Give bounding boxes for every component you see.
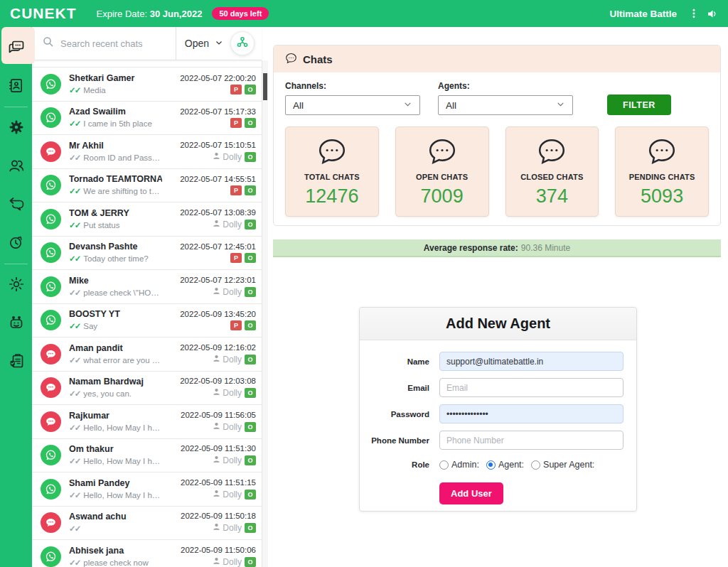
delivery-ticks-icon: ✓✓ <box>69 524 80 533</box>
chat-contact-name: Om thakur <box>69 444 162 454</box>
chat-list-item[interactable]: Aman pandit ✓✓what error are you getting… <box>32 338 262 372</box>
name-field[interactable]: support@ultimatebattle.in <box>439 352 623 371</box>
sidebar-item-clipboard-shield[interactable] <box>0 345 32 379</box>
person-icon <box>212 455 221 466</box>
scrollbar-thumb[interactable] <box>263 73 267 100</box>
assigned-agent: Dolly <box>212 387 242 399</box>
stat-label: OPEN CHATS <box>416 173 468 181</box>
chat-timestamp: 2022-05-07 12:23:01 <box>162 276 256 284</box>
chat-contact-name: Tornado TEAMTORNADO <box>69 174 162 184</box>
chat-list-item[interactable]: Shetkari Gamer ✓✓Media 2022-05-07 22:00:… <box>32 68 262 102</box>
phone-number-field[interactable]: Phone Number <box>439 431 623 450</box>
chat-timestamp: 2022-05-09 11:51:15 <box>162 478 256 487</box>
sidebar-item-address-book[interactable] <box>0 70 32 104</box>
delivery-ticks-icon: ✓✓ <box>69 423 80 432</box>
delivery-ticks-icon: ✓✓ <box>69 558 80 567</box>
chat-last-message: ✓✓I came in 5th place <box>69 119 162 129</box>
role-label: Role <box>360 460 439 469</box>
stat-value: 7009 <box>421 185 464 207</box>
chat-list-item[interactable]: Tornado TEAMTORNADO ✓✓We are shifting to… <box>32 169 262 203</box>
chat-list-panel: Search recent chats Open <box>32 27 262 567</box>
livechat-channel-icon <box>41 344 61 364</box>
add-user-button[interactable]: Add User <box>439 482 503 504</box>
chats-title: Chats <box>303 53 333 65</box>
agents-select[interactable]: All <box>438 95 573 115</box>
sidebar-item-history-clock[interactable] <box>0 227 32 261</box>
chat-list-item[interactable]: Namam Bhardwaj ✓✓yes, you can. 2022-05-0… <box>32 372 262 406</box>
channels-select[interactable]: All <box>285 95 420 115</box>
whatsapp-channel-icon <box>41 175 61 195</box>
filters-row: Channels: All Agents: All <box>285 81 709 115</box>
status-filter-dropdown[interactable]: Open <box>185 38 223 49</box>
chat-list-item[interactable]: Abhisek jana ✓✓please check now 2022-05-… <box>32 540 262 567</box>
chat-list-item[interactable]: Rajkumar ✓✓Hello, How May I help you??? … <box>32 405 262 439</box>
chat-timestamp: 2022-05-09 12:03:08 <box>162 377 256 385</box>
sidebar-item-chat-reply[interactable] <box>0 188 32 222</box>
chat-list-item[interactable]: Aswand achu ✓✓ 2022-05-09 11:50:18 Dolly… <box>32 507 262 541</box>
sidebar-item-users[interactable] <box>0 150 32 184</box>
chat-list-item[interactable]: Azad Swailim ✓✓I came in 5th place 2022-… <box>32 102 262 136</box>
chat-list-item[interactable]: Mr Akhil ✓✓Room ID and Password will sho… <box>32 135 262 169</box>
dashboard-panel: Chats Channels: All Agents: All <box>268 27 728 567</box>
share-network-button[interactable] <box>230 31 255 55</box>
chat-timestamp: 2022-05-09 11:50:18 <box>162 512 256 520</box>
chat-list: ✓✓ DollyO Shetkari Gamer ✓✓Media 2022-05… <box>32 60 262 567</box>
status-badge-o: O <box>245 152 256 162</box>
password-field[interactable]: •••••••••••••• <box>439 404 623 423</box>
filter-button[interactable]: FILTER <box>607 94 671 115</box>
role-radio-admin[interactable]: Admin: <box>439 460 479 470</box>
chat-timestamp: 2022-05-09 11:51:30 <box>162 444 256 453</box>
users-icon <box>8 157 25 177</box>
delivery-ticks-icon: ✓✓ <box>69 288 80 297</box>
whatsapp-channel-icon <box>41 107 61 128</box>
chat-last-message: ✓✓Hello, How May I help you??? <box>69 490 162 500</box>
chat-list-item[interactable]: BOOSTY YT ✓✓Say 2022-05-09 13:45:20 PO <box>32 304 262 338</box>
sidebar-item-gear-solid[interactable] <box>0 112 32 146</box>
status-badge-o: O <box>245 118 256 128</box>
radio-icon <box>531 460 540 470</box>
person-icon <box>212 387 221 399</box>
chat-timestamp: 2022-05-09 11:56:05 <box>162 411 256 419</box>
address-book-icon <box>8 77 24 97</box>
chat-list-item[interactable]: ✓✓ DollyO <box>32 60 262 68</box>
gear-solid-icon <box>8 119 25 139</box>
gear-outline-icon <box>8 276 25 296</box>
chat-bubble-icon <box>285 52 297 67</box>
form-title: Add New Agent <box>360 308 636 340</box>
whatsapp-channel-icon <box>41 276 61 297</box>
email-field[interactable]: Email <box>439 378 623 397</box>
assigned-agent: Dolly <box>212 286 242 298</box>
sidebar-item-chat-bubbles[interactable] <box>0 31 32 65</box>
chat-timestamp: 2022-05-07 22:00:20 <box>162 74 256 82</box>
sidebar-divider <box>4 264 28 264</box>
sidebar-item-robot[interactable] <box>0 307 32 341</box>
assigned-agent: Dolly <box>212 151 242 163</box>
speaker-icon[interactable] <box>705 6 719 21</box>
chat-list-item[interactable]: Shami Pandey ✓✓Hello, How May I help you… <box>32 472 262 507</box>
status-badge-o: O <box>245 388 256 398</box>
chat-bubble-icon <box>317 136 347 168</box>
chat-timestamp: 2022-05-09 12:16:02 <box>162 343 256 352</box>
chat-list-item[interactable]: Devansh Pashte ✓✓Today other time? 2022-… <box>32 237 262 271</box>
chat-list-item[interactable]: Mike ✓✓please check \"HOW TO PLAY S... 2… <box>32 270 262 304</box>
livechat-channel-icon <box>41 141 61 162</box>
chat-list-scrollbar[interactable] <box>262 60 268 567</box>
kebab-menu-icon[interactable] <box>687 6 701 21</box>
delivery-ticks-icon: ✓✓ <box>69 86 80 94</box>
chat-list-item[interactable]: TOM & JERRY ✓✓Put status 2022-05-07 13:0… <box>32 202 262 237</box>
chat-last-message: ✓✓Room ID and Password will sho... <box>69 153 162 163</box>
sidebar-item-gear-outline[interactable] <box>0 269 32 303</box>
chat-list-item[interactable]: Om thakur ✓✓Hello, How May I help you???… <box>32 439 262 473</box>
chat-contact-name: Abhisek jana <box>69 546 162 556</box>
status-badge-p: P <box>230 185 242 195</box>
chat-contact-name: Rajkumar <box>69 411 162 421</box>
whatsapp-channel-icon <box>41 479 61 500</box>
status-badge-o: O <box>245 523 256 533</box>
chat-bubble-icon <box>427 136 457 168</box>
form-label-phone-number: Phone Number <box>360 436 439 445</box>
role-radio-super-agent[interactable]: Super Agent: <box>531 460 594 470</box>
share-network-icon <box>235 35 250 52</box>
search-input[interactable]: Search recent chats <box>42 36 173 51</box>
status-badge-o: O <box>245 490 256 500</box>
role-radio-agent[interactable]: Agent: <box>486 460 524 470</box>
